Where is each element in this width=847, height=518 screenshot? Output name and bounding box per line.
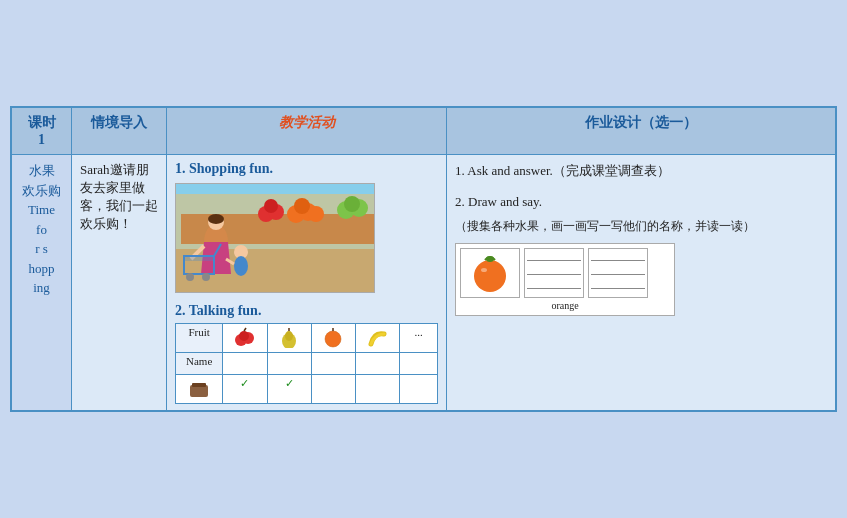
svg-point-41 <box>481 268 487 272</box>
table-name-1 <box>223 353 267 375</box>
svg-point-10 <box>308 206 324 222</box>
table-check-5 <box>400 375 438 404</box>
table-check-3 <box>311 375 355 404</box>
jiaoxue-item1-title: 1. Shopping fun. <box>175 161 438 177</box>
header-zuoye: 作业设计（选一） <box>447 108 836 155</box>
table-name-2 <box>267 353 311 375</box>
zuoye-item1: 1. Ask and answer.（完成课堂调查表） <box>455 161 827 182</box>
jiaoxue-item2-title: 2. Talking fun. <box>175 303 438 319</box>
table-check-1: ✓ <box>223 375 267 404</box>
keshi-label: 水果欢乐购Timefor shopping <box>20 161 63 298</box>
text-line-6 <box>591 279 645 289</box>
svg-point-22 <box>202 273 210 281</box>
text-line-2 <box>527 265 581 275</box>
svg-rect-20 <box>184 256 214 261</box>
main-table-container: 课时 1 情境导入 教学活动 作业设计（选一） 水果欢乐购Timefor sho… <box>10 106 837 412</box>
svg-point-40 <box>486 256 494 262</box>
orange-line-box-2 <box>588 248 648 298</box>
orange-row <box>460 248 670 298</box>
orange-image-box <box>460 248 520 298</box>
table-check-2: ✓ <box>267 375 311 404</box>
svg-line-30 <box>244 328 246 331</box>
svg-point-13 <box>264 199 278 213</box>
text-line-1 <box>527 251 581 261</box>
orange-label: orange <box>460 300 670 311</box>
table-header-fruit: Fruit <box>176 324 223 353</box>
text-line-3 <box>527 279 581 289</box>
header-keshi: 课时 1 <box>12 108 72 155</box>
text-line-5 <box>591 265 645 275</box>
table-check-4 <box>356 375 400 404</box>
cell-keshi-content: 水果欢乐购Timefor shopping <box>12 155 72 411</box>
svg-point-25 <box>234 256 248 276</box>
cell-jiaoxue-content: 1. Shopping fun. <box>167 155 447 411</box>
qingjing-text: Sarah邀请朋友去家里做客，我们一起欢乐购！ <box>80 162 158 231</box>
table-name-4 <box>356 353 400 375</box>
svg-point-29 <box>239 331 249 341</box>
svg-point-16 <box>208 214 224 224</box>
orange-drawing-card: orange <box>455 243 675 316</box>
shopping-illustration <box>175 183 375 293</box>
table-fruit-orange <box>311 324 355 353</box>
svg-point-32 <box>285 331 293 341</box>
cell-qingjing-content: Sarah邀请朋友去家里做客，我们一起欢乐购！ <box>72 155 167 411</box>
svg-point-9 <box>294 198 310 214</box>
table-fruit-pear <box>267 324 311 353</box>
svg-point-6 <box>344 196 360 212</box>
zuoye-note: （搜集各种水果，画一画写一写他们的名称，并读一读） <box>455 218 827 235</box>
table-fruit-more: ... <box>400 324 438 353</box>
svg-point-21 <box>186 273 194 281</box>
table-fruit-banana <box>356 324 400 353</box>
table-name-3 <box>311 353 355 375</box>
text-line-4 <box>591 251 645 261</box>
shopping-svg <box>176 184 375 293</box>
header-jiaoxue: 教学活动 <box>167 108 447 155</box>
cell-zuoye-content: 1. Ask and answer.（完成课堂调查表） 2. Draw and … <box>447 155 836 411</box>
orange-line-box-1 <box>524 248 584 298</box>
table-header-name: Name <box>176 353 223 375</box>
orange-svg <box>465 250 515 295</box>
svg-point-39 <box>474 260 506 292</box>
talking-table: Fruit <box>175 323 438 404</box>
zuoye-item2: 2. Draw and say. <box>455 194 827 210</box>
table-row3-label <box>176 375 223 404</box>
svg-rect-38 <box>192 383 206 387</box>
header-qingjing: 情境导入 <box>72 108 167 155</box>
table-name-5 <box>400 353 438 375</box>
table-fruit-apple <box>223 324 267 353</box>
